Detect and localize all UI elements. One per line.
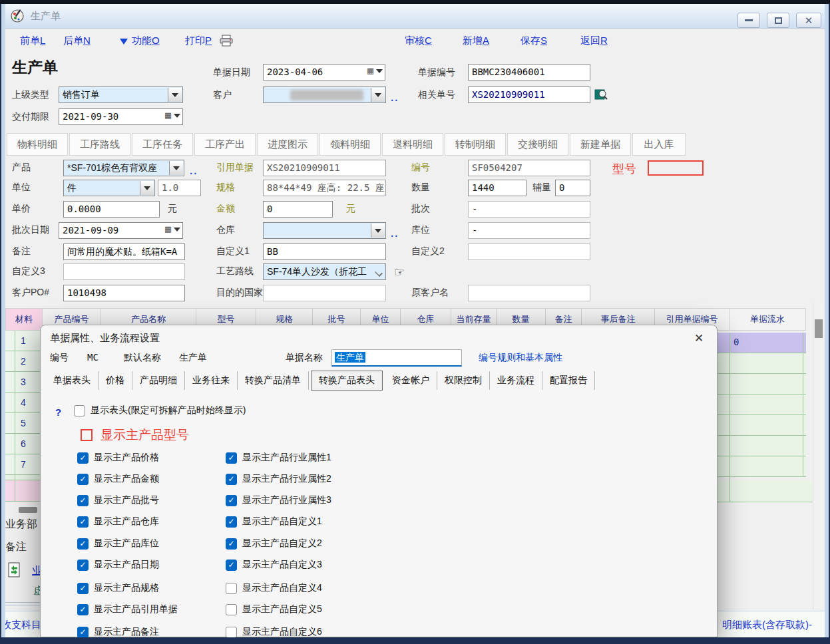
- unit-combo[interactable]: 件: [63, 180, 155, 196]
- printer-icon[interactable]: [220, 35, 233, 47]
- combo-arrow-icon[interactable]: [371, 224, 385, 238]
- vertical-scrollbar[interactable]: [813, 303, 825, 609]
- tab-handover-detail[interactable]: 交接明细: [507, 133, 568, 156]
- row-number-2[interactable]: 2: [5, 351, 41, 372]
- row-number-3[interactable]: 3: [5, 372, 41, 393]
- aux-qty-input[interactable]: 0: [555, 180, 590, 196]
- maximize-button[interactable]: [767, 13, 789, 28]
- combo-arrow-icon[interactable]: [168, 88, 182, 102]
- dialog-tab-permission[interactable]: 权限控制: [437, 371, 490, 390]
- lookup-magnifier-icon[interactable]: [594, 88, 608, 101]
- qty-input[interactable]: 1440: [468, 180, 526, 196]
- grid-selected-row[interactable]: 0: [718, 333, 806, 353]
- custom1-input[interactable]: BB: [263, 243, 386, 260]
- hand-pointer-icon[interactable]: ☞: [394, 265, 405, 279]
- dialog-tab-workflow[interactable]: 业务流程: [490, 371, 542, 390]
- checkbox[interactable]: [77, 583, 89, 594]
- checkbox-label[interactable]: 显示主产品自定义5: [242, 603, 322, 615]
- grid-new-row[interactable]: [718, 480, 824, 502]
- checkbox-label[interactable]: 显示主产品自定义2: [242, 538, 322, 550]
- check-main-amount[interactable]: 显示主产品金额: [77, 473, 159, 485]
- checkbox[interactable]: [77, 495, 89, 506]
- check-custom3[interactable]: 显示主产品自定义3: [226, 559, 322, 571]
- checkbox-label[interactable]: 显示主产品备注: [94, 626, 159, 638]
- checkbox-label[interactable]: 显示主产品库位: [94, 538, 159, 550]
- calendar-icon[interactable]: ▦: [165, 224, 180, 234]
- dialog-tab-price[interactable]: 价格: [99, 371, 132, 390]
- checkbox[interactable]: [226, 474, 237, 485]
- combo-arrow-icon[interactable]: [140, 181, 154, 195]
- calendar-icon[interactable]: ▦: [165, 110, 180, 120]
- functions-button[interactable]: 功能O: [132, 35, 160, 47]
- return-button[interactable]: 返回R: [580, 35, 608, 47]
- customer-combo[interactable]: [263, 86, 386, 103]
- route-combo[interactable]: SF-74单人沙发（折花工: [263, 263, 386, 280]
- checkbox[interactable]: [226, 627, 237, 638]
- print-button[interactable]: 打印P: [185, 35, 212, 47]
- column-header-doc-serial[interactable]: 单据流水: [729, 308, 806, 331]
- dialog-tab-convert-list[interactable]: 转换产品清单: [238, 371, 309, 390]
- splitter-handle[interactable]: [19, 507, 37, 513]
- checkbox-label[interactable]: 显示主产品价格: [94, 452, 159, 464]
- price-input[interactable]: 0.0000: [63, 201, 160, 218]
- unit-factor-input[interactable]: 1.0: [158, 180, 201, 196]
- doc-no-input[interactable]: BBMC230406001: [468, 64, 590, 80]
- add-new-button[interactable]: 新增A: [463, 35, 489, 47]
- bottom-link-accounts[interactable]: 收支科目: [1, 619, 41, 631]
- show-model-checkbox-row[interactable]: 显示主产品型号: [81, 426, 189, 444]
- grid-row[interactable]: [718, 456, 806, 477]
- row-number-4[interactable]: 4: [5, 393, 41, 413]
- tab-process-task[interactable]: 工序任务: [132, 133, 193, 156]
- checkbox[interactable]: [226, 560, 237, 571]
- checkbox-label[interactable]: 显示主产品自定义6: [242, 626, 322, 638]
- customer-more-button[interactable]: ..: [391, 92, 399, 103]
- bottom-link-ledger[interactable]: 明细账表(含存取款)-: [722, 619, 812, 631]
- custom2-input[interactable]: [468, 243, 590, 260]
- code-input[interactable]: SF0504207: [468, 160, 590, 176]
- calendar-icon[interactable]: ▦: [367, 66, 383, 76]
- grid-row[interactable]: [718, 415, 806, 436]
- checkbox-label[interactable]: 显示表头(限定可拆解产品时始终显示): [91, 404, 246, 416]
- doc-name-input[interactable]: 生产单: [331, 349, 462, 367]
- deadline-input[interactable]: 2021-09-30 ▦: [59, 108, 183, 125]
- help-icon[interactable]: ?: [55, 406, 61, 418]
- checkbox-label[interactable]: 显示主产品日期: [94, 559, 159, 571]
- checkbox[interactable]: [77, 452, 89, 464]
- checkbox-label[interactable]: 显示主产品引用单据: [94, 603, 178, 615]
- prev-doc-button[interactable]: 前单L: [20, 35, 45, 47]
- checkbox-label[interactable]: 显示主产品规格: [94, 582, 159, 594]
- check-main-refdoc[interactable]: 显示主产品引用单据: [77, 603, 178, 615]
- check-custom1[interactable]: 显示主产品自定义1: [226, 516, 322, 528]
- tab-picking-detail[interactable]: 领料明细: [319, 133, 381, 156]
- tab-process-output[interactable]: 工序产出: [194, 133, 256, 156]
- amount-input[interactable]: 0: [263, 201, 333, 218]
- check-main-date[interactable]: 显示主产品日期: [77, 559, 159, 571]
- grid-row[interactable]: [718, 374, 806, 395]
- checkbox[interactable]: [77, 560, 89, 571]
- checkbox-label[interactable]: 显示主产品行业属性2: [242, 473, 331, 485]
- dialog-tab-doc-header[interactable]: 单据表头: [46, 371, 99, 390]
- model-input[interactable]: [648, 160, 704, 176]
- checkbox-label[interactable]: 显示主产品金额: [94, 473, 159, 485]
- checkbox[interactable]: [226, 452, 237, 464]
- check-main-warehouse[interactable]: 显示主产品仓库: [77, 516, 159, 528]
- checkbox[interactable]: [77, 516, 89, 528]
- minimize-button[interactable]: [737, 13, 760, 28]
- customer-po-input[interactable]: 1010498: [63, 285, 185, 301]
- doc-date-input[interactable]: 2023-04-06 ▦: [263, 64, 385, 80]
- checkbox[interactable]: [226, 604, 237, 615]
- checkbox[interactable]: [74, 405, 85, 416]
- checkbox-label[interactable]: 显示主产品批号: [94, 494, 159, 506]
- dialog-tab-report-config[interactable]: 配置报告: [542, 371, 595, 390]
- dialog-tab-business[interactable]: 业务往来: [185, 371, 238, 390]
- dest-country-input[interactable]: [263, 285, 386, 301]
- related-no-input[interactable]: XS20210909011: [468, 86, 590, 103]
- dialog-tab-convert-header[interactable]: 转换产品表头: [311, 371, 383, 391]
- custom3-input[interactable]: [63, 263, 185, 280]
- red-checkbox[interactable]: [81, 429, 93, 441]
- orig-customer-input[interactable]: [468, 285, 590, 301]
- combo-chevron-icon[interactable]: [375, 269, 383, 277]
- checkbox-label[interactable]: 显示主产品自定义4: [242, 582, 322, 594]
- refresh-doc-icon[interactable]: [8, 562, 21, 578]
- numbering-rules-link[interactable]: 编号规则和基本属性: [479, 352, 562, 364]
